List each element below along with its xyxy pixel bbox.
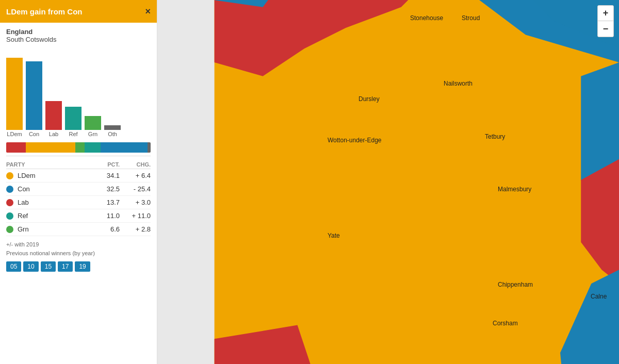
stacked-segment	[26, 142, 75, 153]
gain-banner: LDem gain from Con ×	[0, 0, 157, 23]
bar-group-ldem: LDem	[6, 58, 23, 137]
zoom-out-button[interactable]: −	[598, 21, 613, 37]
party-dot	[6, 226, 13, 233]
bar-group-lab: Lab	[45, 101, 62, 137]
close-button[interactable]: ×	[145, 7, 151, 16]
table-row: Grn6.6+ 2.8	[6, 223, 151, 236]
party-dot	[6, 199, 13, 206]
bar-group-oth: Oth	[104, 125, 121, 137]
table-row: LDem34.1+ 6.4	[6, 169, 151, 183]
party-dot	[6, 186, 13, 193]
party-name: LDem	[18, 172, 89, 179]
bar-label-con: Con	[29, 131, 39, 137]
stacked-segment	[75, 142, 85, 153]
party-chg: + 11.0	[120, 212, 151, 220]
stacked-bar	[6, 142, 151, 153]
party-name: Ref	[18, 212, 89, 220]
bar-label-lab: Lab	[49, 131, 58, 137]
col-header-chg: CHG.	[120, 161, 151, 168]
bar-group-grn: Grn	[85, 116, 101, 137]
party-pct: 34.1	[89, 172, 120, 179]
stacked-segment	[85, 142, 101, 153]
bar-ldem	[6, 58, 23, 130]
footnote: +/- with 2019 Previous notional winners …	[0, 236, 157, 259]
bar-ref	[65, 107, 82, 130]
year-button-19[interactable]: 19	[75, 261, 90, 272]
table-row: Lab13.7+ 3.0	[6, 196, 151, 209]
party-pct: 11.0	[89, 212, 120, 220]
bar-group-con: Con	[26, 61, 42, 137]
stacked-segment	[148, 142, 151, 153]
sidebar-panel: LDem gain from Con × England South Cotsw…	[0, 0, 157, 364]
bar-label-ref: Ref	[69, 131, 77, 137]
gain-banner-text: LDem gain from Con	[6, 7, 83, 16]
col-header-party: PARTY	[6, 161, 89, 168]
region-name: South Cotswolds	[6, 36, 151, 43]
divider	[6, 156, 151, 156]
table-header: PARTY PCT. CHG.	[6, 159, 151, 169]
year-button-10[interactable]: 10	[23, 261, 38, 272]
party-chg: - 25.4	[120, 185, 151, 193]
party-pct: 6.6	[89, 225, 120, 233]
bar-oth	[104, 125, 121, 130]
table-rows-container: LDem34.1+ 6.4Con32.5- 25.4Lab13.7+ 3.0Re…	[6, 169, 151, 236]
bar-group-ref: Ref	[65, 107, 82, 137]
stacked-segment	[6, 142, 26, 153]
party-chg: + 2.8	[120, 225, 151, 233]
map-controls: + −	[597, 5, 614, 37]
region-country: England	[6, 28, 151, 36]
table-row: Con32.5- 25.4	[6, 183, 151, 196]
party-name: Con	[18, 185, 89, 193]
bar-label-grn: Grn	[88, 131, 97, 137]
bar-grn	[85, 116, 101, 130]
bar-lab	[45, 101, 62, 130]
zoom-in-button[interactable]: +	[598, 6, 613, 21]
party-chg: + 6.4	[120, 172, 151, 179]
results-table: PARTY PCT. CHG. LDem34.1+ 6.4Con32.5- 25…	[0, 159, 157, 236]
footnote-line2: Previous notional winners (by year)	[6, 249, 151, 258]
year-buttons: 0510151719	[0, 259, 157, 274]
footnote-line1: +/- with 2019	[6, 240, 151, 249]
table-row: Ref11.0+ 11.0	[6, 209, 151, 223]
col-header-pct: PCT.	[89, 161, 120, 168]
year-button-15[interactable]: 15	[41, 261, 56, 272]
party-name: Grn	[18, 225, 89, 233]
party-dot	[6, 212, 13, 220]
bar-label-oth: Oth	[108, 131, 117, 137]
year-button-17[interactable]: 17	[58, 261, 73, 272]
party-chg: + 3.0	[120, 198, 151, 206]
stacked-segment	[101, 142, 148, 153]
bar-chart: LDemConLabRefGrnOth	[0, 46, 157, 139]
bar-label-ldem: LDem	[7, 131, 22, 137]
year-button-05[interactable]: 05	[6, 261, 21, 272]
region-info: England South Cotswolds	[0, 23, 157, 46]
bar-con	[26, 61, 42, 130]
party-pct: 13.7	[89, 198, 120, 206]
party-pct: 32.5	[89, 185, 120, 193]
party-dot	[6, 172, 13, 179]
party-name: Lab	[18, 198, 89, 206]
